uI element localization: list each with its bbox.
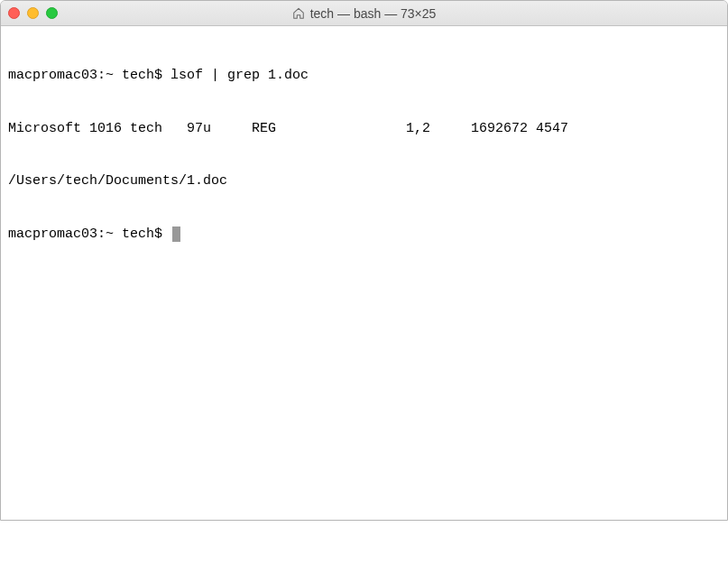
terminal-line: Microsoft 1016 tech 97u REG 1,2 1692672 … [8, 120, 720, 138]
traffic-lights [8, 7, 58, 19]
terminal-body[interactable]: macpromac03:~ tech$ lsof | grep 1.doc Mi… [1, 26, 727, 520]
terminal-prompt: macpromac03:~ tech$ [8, 227, 170, 242]
terminal-window: tech — bash — 73×25 macpromac03:~ tech$ … [0, 0, 728, 521]
terminal-line: macpromac03:~ tech$ lsof | grep 1.doc [8, 67, 720, 85]
close-button[interactable] [8, 7, 20, 19]
minimize-button[interactable] [27, 7, 39, 19]
window-title: tech — bash — 73×25 [310, 6, 437, 21]
terminal-line: /Users/tech/Documents/1.doc [8, 172, 720, 190]
titlebar[interactable]: tech — bash — 73×25 [1, 1, 727, 26]
terminal-prompt-line: macpromac03:~ tech$ [8, 226, 720, 244]
home-icon [292, 7, 305, 20]
maximize-button[interactable] [46, 7, 58, 19]
cursor [172, 227, 180, 242]
title-wrap: tech — bash — 73×25 [1, 6, 727, 21]
